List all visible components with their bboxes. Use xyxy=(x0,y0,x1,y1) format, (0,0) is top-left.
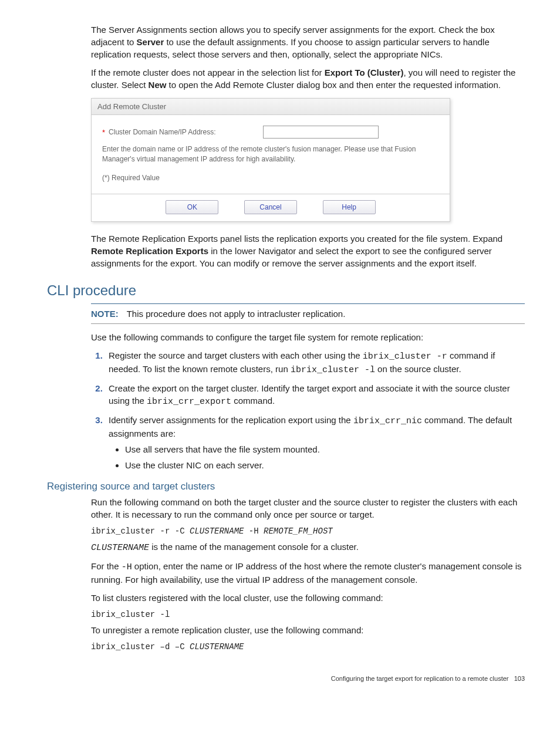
page-footer: Configuring the target export for replic… xyxy=(35,675,525,682)
text: is the name of the management console fo… xyxy=(149,542,359,552)
text: to open the Add Remote Cluster dialog bo… xyxy=(166,80,501,90)
cmd-unregister: ibrix_cluster –d –C CLUSTERNAME xyxy=(91,642,525,652)
intro-paragraph-1: The Server Assignments section allows yo… xyxy=(91,23,525,60)
field-label: Cluster Domain Name/IP Address: xyxy=(109,128,216,136)
cli-procedure-heading: CLI procedure xyxy=(47,282,525,299)
reg-p5: To unregister a remote replication clust… xyxy=(91,624,525,636)
cluster-address-input[interactable] xyxy=(263,126,379,139)
required-note: (*) Required Value xyxy=(102,174,439,182)
cmd-list: ibrix_cluster -l xyxy=(91,610,525,619)
code-arg: REMOTE_FM_HOST xyxy=(264,526,333,536)
help-button[interactable]: Help xyxy=(323,200,376,214)
dialog-title: Add Remote Cluster xyxy=(92,99,450,115)
code: ibrix_crr_export xyxy=(147,397,231,407)
steps-list: Register the source and target clusters … xyxy=(91,349,525,471)
dialog-button-row: OK Cancel Help xyxy=(92,194,450,221)
bold-server: Server xyxy=(137,37,164,47)
reg-p4: To list clusters registered with the loc… xyxy=(91,592,525,604)
text: The Remote Replication Exports panel lis… xyxy=(91,234,502,244)
code: -H xyxy=(244,526,264,536)
bold-new: New xyxy=(149,80,167,90)
code: ibrix_crr_nic xyxy=(353,416,422,426)
step-1: Register the source and target clusters … xyxy=(105,349,525,376)
step-3: Identify server assignments for the repl… xyxy=(105,414,525,471)
text: Register the source and target clusters … xyxy=(109,350,363,360)
code: ibrix_cluster -l xyxy=(291,365,375,375)
text: option, enter the name or IP address of … xyxy=(91,561,522,585)
reg-p3: For the -H option, enter the name or IP … xyxy=(91,560,525,586)
bullet-1: Use all servers that have the file syste… xyxy=(125,443,525,455)
code-arg: CLUSTERNAME xyxy=(190,642,244,652)
note-text: This procedure does not apply to intracl… xyxy=(127,309,346,319)
code-arg: CLUSTERNAME xyxy=(190,526,244,536)
step-3-bullets: Use all servers that have the file syste… xyxy=(125,443,525,471)
after-dialog-paragraph: The Remote Replication Exports panel lis… xyxy=(91,232,525,269)
reg-p2: CLUSTERNAME is the name of the managemen… xyxy=(91,541,525,554)
code: ibrix_cluster –d –C xyxy=(91,642,190,652)
field-row: * Cluster Domain Name/IP Address: xyxy=(102,126,439,139)
note-box: NOTE:This procedure does not apply to in… xyxy=(91,303,525,324)
code-arg: CLUSTERNAME xyxy=(91,543,149,553)
text: If the remote cluster does not appear in… xyxy=(91,67,325,77)
step-2: Create the export on the target cluster.… xyxy=(105,382,525,408)
page-number: 103 xyxy=(514,675,525,682)
code: ibrix_cluster -r -C xyxy=(91,526,190,536)
bullet-2: Use the cluster NIC on each server. xyxy=(125,459,525,471)
cmd-register: ibrix_cluster -r -C CLUSTERNAME -H REMOT… xyxy=(91,526,525,536)
reg-p1: Run the following command on both the ta… xyxy=(91,496,525,521)
footer-text: Configuring the target export for replic… xyxy=(331,675,509,682)
intro-paragraph-2: If the remote cluster does not appear in… xyxy=(91,66,525,91)
cli-lead: Use the following commands to configure … xyxy=(91,331,525,343)
bold-rre: Remote Replication Exports xyxy=(91,246,208,256)
text: For the xyxy=(91,561,122,571)
text: command. xyxy=(231,396,275,406)
code: ibrix_cluster -r xyxy=(363,352,447,362)
text: Identify server assignments for the repl… xyxy=(109,415,353,425)
ok-button[interactable]: OK xyxy=(166,200,218,214)
bold-export-to: Export To (Cluster) xyxy=(325,67,404,77)
text: on the source cluster. xyxy=(375,364,461,374)
code: -H xyxy=(122,562,132,572)
cancel-button[interactable]: Cancel xyxy=(244,200,297,214)
helper-text: Enter the domain name or IP address of t… xyxy=(102,144,439,164)
registering-heading: Registering source and target clusters xyxy=(47,481,525,492)
note-label: NOTE: xyxy=(91,309,119,319)
required-star-icon: * xyxy=(102,128,105,137)
add-remote-cluster-dialog: Add Remote Cluster * Cluster Domain Name… xyxy=(91,98,450,222)
